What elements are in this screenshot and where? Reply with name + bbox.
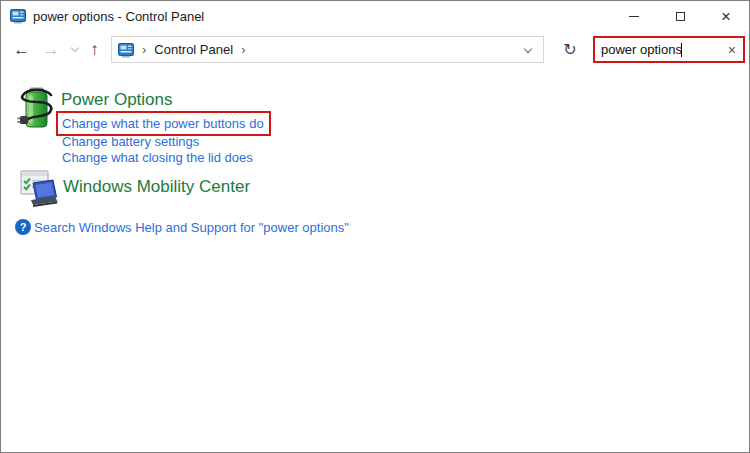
maximize-icon bbox=[676, 12, 685, 21]
nav-buttons: ← → ↑ bbox=[1, 31, 111, 68]
breadcrumb-separator-icon: › bbox=[142, 42, 146, 57]
breadcrumb-separator-icon: › bbox=[241, 42, 245, 57]
breadcrumb[interactable]: › Control Panel › bbox=[111, 36, 544, 63]
address-dropdown-chevron-icon[interactable] bbox=[524, 44, 532, 52]
help-icon: ? bbox=[15, 219, 31, 235]
window-title: power options - Control Panel bbox=[33, 9, 611, 24]
minimize-button[interactable] bbox=[611, 1, 657, 31]
clear-search-icon[interactable]: × bbox=[725, 43, 739, 57]
help-link-label: Search Windows Help and Support for "pow… bbox=[34, 220, 349, 235]
refresh-button[interactable]: ↻ bbox=[552, 42, 588, 58]
control-panel-icon bbox=[118, 42, 134, 58]
link-change-power-buttons[interactable]: Change what the power buttons do bbox=[62, 116, 264, 131]
search-results-panel: Power Options Change what the power butt… bbox=[2, 68, 748, 451]
recent-locations-chevron-icon[interactable] bbox=[71, 44, 79, 52]
annotation-box-power-buttons: Change what the power buttons do bbox=[56, 111, 271, 136]
link-change-battery-settings[interactable]: Change battery settings bbox=[62, 134, 199, 149]
windows-mobility-center-icon bbox=[20, 170, 60, 212]
back-button[interactable]: ← bbox=[13, 41, 30, 58]
control-panel-window: power options - Control Panel × ← → ↑ bbox=[0, 0, 750, 453]
up-button[interactable]: ↑ bbox=[90, 41, 99, 58]
help-search-link[interactable]: ? Search Windows Help and Support for "p… bbox=[15, 219, 349, 235]
navigation-bar: ← → ↑ › Control Panel › ↻ bbox=[1, 31, 749, 68]
maximize-button[interactable] bbox=[657, 1, 703, 31]
breadcrumb-item-control-panel[interactable]: Control Panel bbox=[154, 42, 233, 57]
section-title-windows-mobility-center[interactable]: Windows Mobility Center bbox=[63, 177, 250, 197]
control-panel-icon bbox=[10, 8, 26, 24]
search-box[interactable]: × bbox=[593, 36, 745, 63]
text-caret bbox=[681, 43, 682, 57]
minimize-icon bbox=[629, 16, 639, 17]
forward-button[interactable]: → bbox=[43, 41, 60, 58]
close-button[interactable]: × bbox=[703, 1, 749, 31]
search-input[interactable] bbox=[597, 42, 681, 57]
power-options-icon bbox=[17, 87, 57, 135]
title-bar: power options - Control Panel × bbox=[1, 1, 749, 31]
link-change-closing-lid[interactable]: Change what closing the lid does bbox=[62, 150, 253, 165]
window-controls: × bbox=[611, 1, 749, 31]
close-icon: × bbox=[721, 8, 731, 25]
section-title-power-options[interactable]: Power Options bbox=[61, 90, 173, 110]
